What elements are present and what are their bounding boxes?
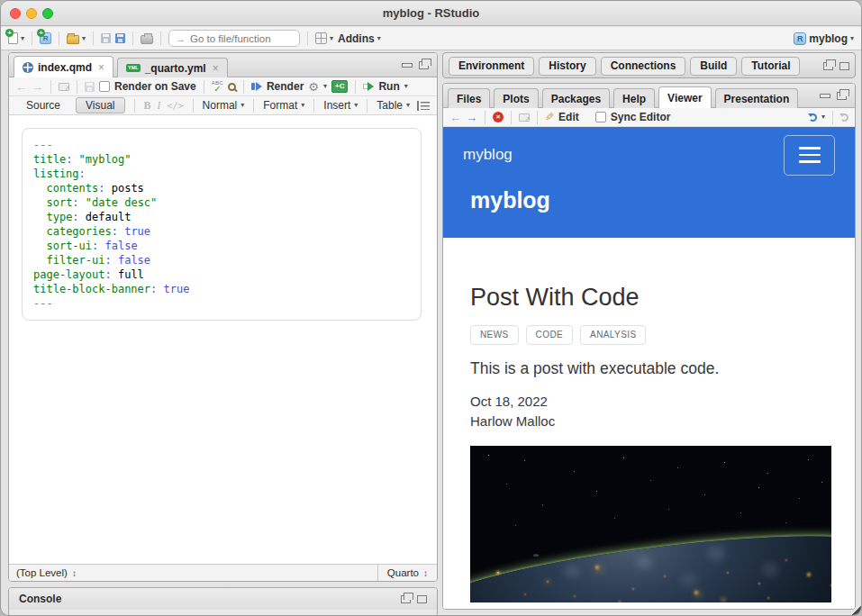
restore-pane-icon[interactable] (823, 62, 833, 70)
render-on-save-checkbox[interactable] (99, 81, 110, 92)
scope-selector[interactable]: (Top Level) ↕ (9, 567, 377, 578)
chevron-down-icon[interactable]: ▾ (21, 35, 24, 42)
spellcheck-icon[interactable]: ABC ✓ (212, 80, 223, 94)
city-lights-decoration (497, 572, 499, 574)
divider (485, 111, 485, 124)
hamburger-menu-button[interactable] (784, 135, 835, 176)
tab-index-qmd[interactable]: index.qmd × (14, 56, 113, 77)
find-replace-icon[interactable] (228, 83, 236, 91)
paragraph-style-dropdown[interactable]: Normal ▾ (203, 99, 245, 112)
tab-presentation[interactable]: Presentation (715, 88, 799, 108)
goto-file-input[interactable] (190, 33, 289, 44)
stop-icon[interactable]: × (493, 112, 504, 122)
tab-packages[interactable]: Packages (542, 88, 610, 108)
chevron-down-icon: ▾ (330, 35, 333, 42)
bold-button[interactable]: B (144, 99, 151, 113)
maximize-pane-icon[interactable] (839, 62, 849, 70)
insert-chunk-icon[interactable]: +C (331, 80, 348, 93)
window-resize-grip[interactable] (852, 606, 861, 615)
code-token: categories (46, 225, 111, 238)
goto-file-search[interactable]: → (168, 30, 300, 47)
restore-pane-icon[interactable] (401, 595, 411, 603)
viewer-toolbar: ← → × ✎ Edit Sync Editor ▾ (443, 108, 855, 127)
render-button[interactable]: Render (267, 80, 304, 93)
minimize-pane-icon[interactable] (820, 94, 830, 98)
close-tab-icon[interactable]: × (98, 61, 104, 74)
project-menu-button[interactable]: R myblog ▾ (794, 32, 854, 45)
back-icon[interactable]: ← (449, 111, 461, 124)
tab-viewer[interactable]: Viewer (658, 86, 711, 108)
visual-mode-button[interactable]: Visual (76, 97, 124, 113)
hamburger-bar (799, 147, 821, 149)
workspace-panes-button[interactable]: ▾ (315, 32, 333, 44)
code-format-button[interactable]: </> (168, 101, 184, 111)
open-new-window-icon[interactable] (519, 113, 530, 122)
check-icon: ✓ (213, 85, 221, 94)
maximize-pane-icon[interactable] (417, 595, 427, 603)
badge-news[interactable]: NEWS (470, 325, 519, 345)
save-button[interactable] (101, 33, 111, 43)
chevron-down-icon[interactable]: ▾ (323, 83, 327, 90)
format-menu[interactable]: Format ▾ (263, 99, 304, 112)
insert-menu[interactable]: Insert ▾ (323, 99, 358, 112)
edit-button[interactable]: Edit (558, 111, 579, 123)
badge-analysis[interactable]: ANALYSIS (580, 325, 646, 345)
maximize-pane-icon[interactable] (419, 61, 429, 69)
print-button[interactable] (141, 35, 153, 44)
tab-history[interactable]: History (539, 57, 595, 76)
filetype-selector[interactable]: Quarto ↕ (377, 565, 437, 581)
tab-tutorial[interactable]: Tutorial (741, 57, 800, 76)
open-new-window-icon[interactable] (59, 83, 69, 91)
chevron-down-icon[interactable]: ▾ (404, 83, 408, 90)
chevron-down-icon[interactable]: ▾ (82, 35, 86, 42)
format-menu-label: Format (263, 99, 297, 112)
editor-tab-strip: index.qmd × YML _quarto.yml × (9, 53, 437, 77)
source-mode-button[interactable]: Source (17, 98, 69, 113)
back-icon[interactable]: ← (15, 80, 27, 94)
updown-icon: ↕ (423, 568, 428, 578)
chevron-down-icon[interactable]: ▾ (821, 113, 825, 121)
yaml-code-block[interactable]: ---title: "myblog"listing: contents: pos… (22, 128, 422, 321)
editor-toolbar: ← → Render on Save ABC ✓ Render ⚙ ▾ +C R… (9, 77, 437, 96)
visual-editor-content[interactable]: ---title: "myblog"listing: contents: pos… (9, 115, 437, 564)
run-button[interactable]: Run (378, 80, 399, 93)
console-header[interactable]: Console (9, 588, 437, 610)
code-token: type (46, 211, 72, 223)
maximize-pane-icon[interactable] (837, 92, 847, 100)
forward-icon[interactable]: → (32, 80, 43, 94)
edit-pencil-icon[interactable]: ✎ (545, 112, 554, 122)
minimize-pane-icon[interactable] (402, 63, 413, 68)
table-menu[interactable]: Table ▾ (377, 99, 410, 112)
pane-controls (401, 595, 427, 603)
navbar-brand[interactable]: myblog (463, 146, 513, 164)
tab-quarto-yml[interactable]: YML _quarto.yml × (117, 58, 228, 77)
divider (59, 32, 59, 45)
save-all-button[interactable] (115, 33, 125, 43)
gear-icon[interactable]: ⚙ (308, 81, 319, 93)
code-line: page-layout: full (33, 267, 410, 282)
insert-menu-label: Insert (323, 99, 350, 112)
sync-publish-icon[interactable] (809, 113, 817, 122)
tab-environment[interactable]: Environment (449, 57, 534, 76)
new-file-button[interactable]: ▾ (8, 32, 24, 44)
code-line: title-block-banner: true (33, 282, 410, 296)
tab-connections[interactable]: Connections (601, 57, 686, 76)
save-document-icon[interactable] (85, 82, 95, 92)
badge-code[interactable]: CODE (526, 325, 574, 345)
new-project-button[interactable]: R (40, 32, 51, 44)
tab-build[interactable]: Build (690, 57, 737, 76)
open-file-button[interactable]: ▾ (67, 33, 86, 44)
code-line: sort-ui: false (33, 239, 410, 253)
close-tab-icon[interactable]: × (213, 62, 219, 75)
forward-icon[interactable]: → (466, 111, 477, 124)
tab-files[interactable]: Files (448, 88, 490, 108)
tab-help[interactable]: Help (613, 88, 655, 108)
sync-editor-checkbox[interactable] (595, 112, 606, 122)
refresh-icon[interactable] (840, 113, 848, 122)
italic-button[interactable]: I (158, 99, 161, 113)
tab-plots[interactable]: Plots (494, 88, 538, 108)
code-token: "myblog" (79, 153, 132, 166)
outline-icon[interactable] (417, 101, 429, 111)
addins-button[interactable]: Addins ▾ (338, 32, 381, 45)
divider (511, 111, 512, 124)
